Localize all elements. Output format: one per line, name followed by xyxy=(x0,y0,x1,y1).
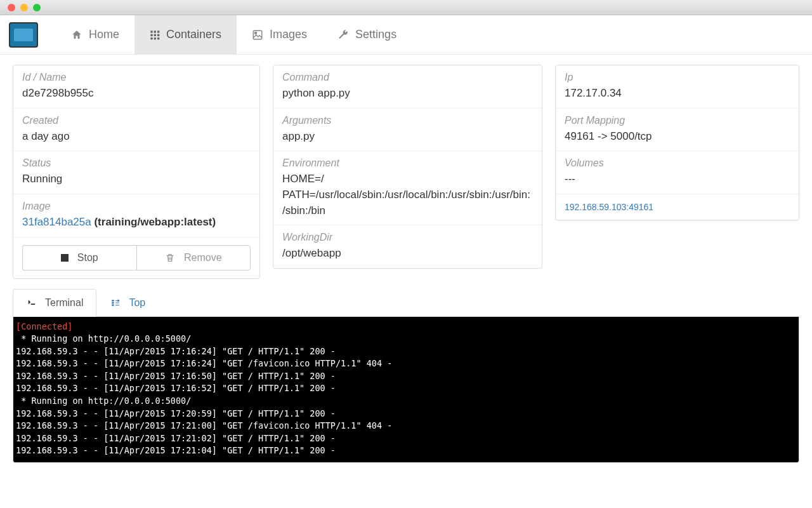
svg-rect-9 xyxy=(253,30,262,39)
svg-rect-2 xyxy=(157,30,159,32)
image-value: 31fa814ba25a (training/webapp:latest) xyxy=(22,215,251,231)
svg-rect-12 xyxy=(112,300,115,301)
tab-top[interactable]: Top xyxy=(96,289,159,317)
svg-rect-13 xyxy=(112,302,115,304)
container-config-panel: Command python app.py Arguments app.py E… xyxy=(273,65,542,269)
svg-point-10 xyxy=(255,32,257,34)
external-url-link[interactable]: 192.168.59.103:49161 xyxy=(565,202,653,212)
trash-icon xyxy=(165,252,175,264)
volumes-value: --- xyxy=(565,171,790,187)
terminal-connected-status: [Connected] xyxy=(16,321,72,331)
svg-rect-5 xyxy=(157,34,159,36)
status-value: Running xyxy=(22,171,251,187)
processes-icon xyxy=(110,298,121,307)
stop-icon xyxy=(61,254,69,262)
nav-home-label: Home xyxy=(89,28,119,41)
svg-rect-11 xyxy=(31,304,35,305)
workingdir-label: WorkingDir xyxy=(282,232,533,243)
remove-button[interactable]: Remove xyxy=(136,245,251,271)
svg-rect-7 xyxy=(154,37,156,39)
image-label: Image xyxy=(22,201,251,212)
id-name-value: d2e7298b955c xyxy=(22,86,251,102)
svg-rect-8 xyxy=(157,37,159,39)
app-logo xyxy=(9,22,38,48)
stop-button-label: Stop xyxy=(77,252,98,264)
volumes-label: Volumes xyxy=(565,157,790,169)
svg-rect-14 xyxy=(112,304,115,305)
grid-icon xyxy=(150,30,160,40)
nav-images[interactable]: Images xyxy=(237,15,322,54)
image-tag: (training/webapp:latest) xyxy=(91,216,216,228)
id-name-label: Id / Name xyxy=(22,72,251,83)
nav-containers[interactable]: Containers xyxy=(134,15,237,54)
bottom-panel: Terminal Top [Connected] * Running on ht… xyxy=(0,289,812,476)
tab-terminal[interactable]: Terminal xyxy=(13,289,96,317)
image-icon xyxy=(252,29,263,41)
tabbar: Terminal Top xyxy=(13,289,799,317)
image-link[interactable]: 31fa814ba25a xyxy=(22,216,91,228)
remove-button-label: Remove xyxy=(184,252,222,264)
nav-home[interactable]: Home xyxy=(56,15,134,54)
minimize-window-button[interactable] xyxy=(20,4,28,11)
nav-settings[interactable]: Settings xyxy=(322,15,412,54)
home-icon xyxy=(71,29,82,41)
nav-images-label: Images xyxy=(270,28,307,41)
status-label: Status xyxy=(22,157,251,169)
created-value: a day ago xyxy=(22,129,251,145)
svg-rect-0 xyxy=(150,30,152,32)
nav-settings-label: Settings xyxy=(355,28,396,41)
close-window-button[interactable] xyxy=(8,4,15,11)
navbar: Home Containers Images Settings xyxy=(0,15,812,55)
port-mapping-label: Port Mapping xyxy=(565,115,790,126)
tab-terminal-label: Terminal xyxy=(45,297,83,309)
nav-containers-label: Containers xyxy=(166,28,221,41)
tab-top-label: Top xyxy=(129,297,145,309)
svg-rect-3 xyxy=(150,34,152,36)
arguments-value: app.py xyxy=(282,129,533,145)
created-label: Created xyxy=(22,115,251,126)
environment-value: HOME=/ PATH=/usr/local/sbin:/usr/local/b… xyxy=(282,171,533,218)
arguments-label: Arguments xyxy=(282,115,533,126)
workingdir-value: /opt/webapp xyxy=(282,246,533,262)
stop-button[interactable]: Stop xyxy=(22,245,136,271)
titlebar xyxy=(0,0,812,15)
terminal-log-lines: * Running on http://0.0.0.0:5000/ 192.16… xyxy=(16,333,392,455)
port-mapping-value: 49161 -> 5000/tcp xyxy=(565,129,790,145)
maximize-window-button[interactable] xyxy=(33,4,41,11)
container-identity-panel: Id / Name d2e7298b955c Created a day ago… xyxy=(13,65,260,279)
terminal-output[interactable]: [Connected] * Running on http://0.0.0.0:… xyxy=(13,317,799,463)
ip-label: Ip xyxy=(565,72,790,83)
svg-rect-4 xyxy=(154,34,156,36)
container-network-panel: Ip 172.17.0.34 Port Mapping 49161 -> 500… xyxy=(555,65,799,220)
ip-value: 172.17.0.34 xyxy=(565,86,790,102)
command-label: Command xyxy=(282,72,533,83)
wrench-icon xyxy=(337,29,349,41)
terminal-icon xyxy=(26,298,37,307)
environment-label: Environment xyxy=(282,157,533,169)
main-content: Id / Name d2e7298b955c Created a day ago… xyxy=(0,55,812,289)
svg-rect-6 xyxy=(150,37,152,39)
svg-rect-1 xyxy=(154,30,156,32)
command-value: python app.py xyxy=(282,86,533,102)
